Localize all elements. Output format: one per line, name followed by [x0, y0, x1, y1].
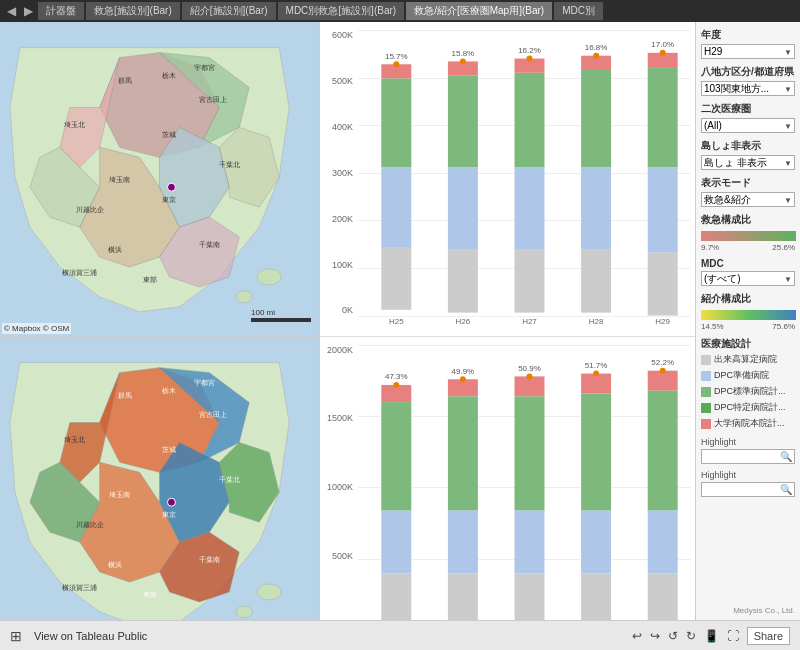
- bar-group-h26: 15.8%: [448, 49, 478, 313]
- tableau-public-link[interactable]: View on Tableau Public: [34, 630, 147, 642]
- svg-rect-72: [381, 402, 411, 510]
- y-label: 300K: [332, 168, 353, 178]
- year-select[interactable]: H29H28H27H26H25: [701, 44, 795, 59]
- highlight1-search-icon[interactable]: 🔍: [780, 451, 792, 462]
- highlight1-group: Highlight 🔍: [701, 437, 795, 464]
- secondary-select[interactable]: (All): [701, 118, 795, 133]
- fullscreen-icon[interactable]: ⛶: [727, 629, 739, 643]
- mdc-label: MDC: [701, 258, 795, 269]
- svg-rect-53: [581, 167, 611, 250]
- tab-emergency-bar[interactable]: 救急[施設別](Bar): [86, 2, 180, 20]
- svg-rect-43: [448, 167, 478, 250]
- svg-text:川越比企: 川越比企: [76, 206, 104, 213]
- mdc-select[interactable]: (すべて): [701, 271, 795, 286]
- legend-color-4: [701, 419, 711, 429]
- legend-item-4: 大学病院本院計...: [701, 417, 795, 430]
- svg-text:群馬: 群馬: [118, 391, 132, 398]
- mode-select[interactable]: 救急&紹介: [701, 192, 795, 207]
- shima-select[interactable]: 島しょ 非表示: [701, 155, 795, 170]
- region-select[interactable]: 103関東地方...: [701, 81, 795, 96]
- bar-group2-h29: 52.2%: [648, 357, 678, 624]
- legend-text-0: 出来高算定病院: [714, 353, 777, 366]
- svg-text:47.3%: 47.3%: [385, 372, 408, 381]
- svg-point-19: [257, 583, 281, 599]
- svg-text:16.8%: 16.8%: [585, 43, 608, 52]
- svg-rect-47: [515, 73, 545, 167]
- svg-rect-52: [581, 70, 611, 167]
- bottom-map-svg: 栃木 群馬 埼玉北 茨城 千葉北 埼玉南 川越比企 東京 千葉南 横浜 横須賀三…: [0, 337, 319, 651]
- undo-button[interactable]: ↩: [632, 629, 642, 643]
- tab-mdc-emergency-bar[interactable]: MDC別救急[施設別](Bar): [278, 2, 405, 20]
- svg-rect-87: [581, 393, 611, 510]
- svg-rect-39: [381, 247, 411, 310]
- bar-group-h29: 17.0%: [648, 40, 678, 315]
- svg-text:千葉南: 千葉南: [199, 241, 220, 248]
- svg-rect-54: [581, 250, 611, 313]
- highlight2-label: Highlight: [701, 470, 795, 480]
- svg-point-20: [236, 605, 252, 617]
- svg-rect-93: [648, 510, 678, 573]
- svg-text:宇都宮: 宇都宮: [194, 64, 215, 71]
- legend-item-2: DPC標準病院計...: [701, 385, 795, 398]
- svg-point-98: [526, 373, 532, 379]
- top-map[interactable]: 栃木 群馬 埼玉北 茨城 千葉北 埼玉南 川越比企 東京 千葉南 横浜 横須賀三…: [0, 22, 319, 337]
- nav-back-arrow[interactable]: ◀: [4, 4, 19, 18]
- share-button[interactable]: Share: [747, 627, 790, 645]
- svg-rect-37: [381, 79, 411, 168]
- svg-rect-44: [448, 250, 478, 313]
- svg-rect-92: [648, 390, 678, 510]
- svg-rect-78: [448, 510, 478, 573]
- shima-label: 島しょ非表示: [701, 139, 795, 153]
- bottom-map[interactable]: 栃木 群馬 埼玉北 茨城 千葉北 埼玉南 川越比企 東京 千葉南 横浜 横須賀三…: [0, 337, 319, 651]
- svg-text:埼玉南: 埼玉南: [108, 176, 130, 183]
- maps-panel: 栃木 群馬 埼玉北 茨城 千葉北 埼玉南 川越比企 東京 千葉南 横浜 横須賀三…: [0, 22, 320, 650]
- highlight2-search-icon[interactable]: 🔍: [780, 484, 792, 495]
- svg-text:横浜: 横浜: [108, 561, 122, 569]
- tab-keikiban[interactable]: 計器盤: [38, 2, 84, 20]
- svg-rect-107: [701, 310, 796, 320]
- bar-group-h27: 16.2%: [515, 46, 545, 313]
- svg-text:15.8%: 15.8%: [452, 49, 475, 58]
- mode-control: 表示モード 救急&紹介: [701, 176, 795, 207]
- chart1-area: 600K 500K 400K 300K 200K 100K 0K: [320, 22, 695, 337]
- highlight1-input[interactable]: [704, 452, 778, 462]
- referral-ratio-control: 紹介構成比 14.5%: [701, 292, 795, 331]
- svg-point-97: [460, 376, 466, 382]
- highlight2-input[interactable]: [704, 485, 778, 495]
- y-label: 2000K: [327, 345, 353, 355]
- svg-rect-57: [648, 67, 678, 167]
- top-nav: ◀ ▶ 計器盤 救急[施設別](Bar) 紹介[施設別](Bar) MDC別救急…: [0, 0, 800, 22]
- svg-text:埼玉北: 埼玉北: [63, 436, 85, 443]
- emergency-ratio-control: 救急構成比 9.7% 25.6%: [701, 213, 795, 252]
- emergency-ratio-label: 救急構成比: [701, 213, 795, 227]
- svg-text:東部: 東部: [143, 276, 157, 283]
- redo-button[interactable]: ↪: [650, 629, 660, 643]
- device-icon[interactable]: 📱: [704, 629, 719, 643]
- legend-color-0: [701, 355, 711, 365]
- revert-button[interactable]: ↺: [668, 629, 678, 643]
- year-select-wrapper: H29H28H27H26H25: [701, 44, 795, 59]
- year-label: 年度: [701, 28, 795, 42]
- svg-text:茨城: 茨城: [162, 446, 176, 453]
- referral-ratio-label: 紹介構成比: [701, 292, 795, 306]
- svg-text:H25: H25: [389, 317, 404, 326]
- nav-forward-arrow[interactable]: ▶: [21, 4, 36, 18]
- svg-text:H26: H26: [456, 317, 471, 326]
- legend-text-1: DPC準備病院: [714, 369, 769, 382]
- bar-group2-h25: 47.3%: [381, 372, 411, 625]
- svg-rect-73: [381, 510, 411, 573]
- forward-button[interactable]: ↻: [686, 629, 696, 643]
- legend-text-3: DPC特定病院計...: [714, 401, 786, 414]
- svg-rect-84: [515, 573, 545, 624]
- svg-rect-49: [515, 250, 545, 313]
- legend-color-1: [701, 371, 711, 381]
- legend-label: 医療施設計: [701, 337, 795, 351]
- shima-control: 島しょ非表示 島しょ 非表示: [701, 139, 795, 170]
- y-label: 400K: [332, 122, 353, 132]
- svg-text:栃木: 栃木: [162, 72, 176, 79]
- tab-referral-bar[interactable]: 紹介[施設別](Bar): [182, 2, 276, 20]
- svg-text:横浜: 横浜: [108, 246, 122, 254]
- tab-mdc[interactable]: MDC別: [554, 2, 603, 20]
- controls-panel: 年度 H29H28H27H26H25 八地方区分/都道府県 103関東地方...: [695, 22, 800, 650]
- tab-emergency-referral-map[interactable]: 救急/紹介[医療圏Map用](Bar): [406, 2, 552, 20]
